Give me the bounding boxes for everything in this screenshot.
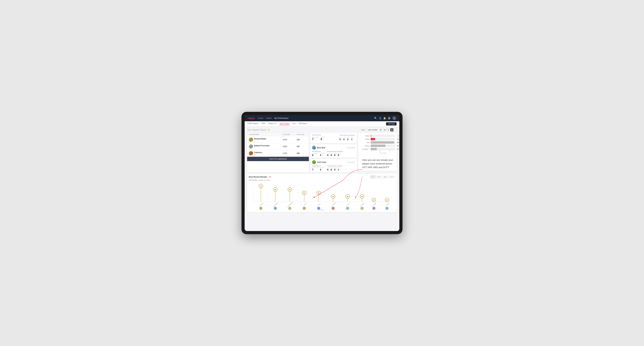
svg-text:6: 6 bbox=[253, 189, 254, 190]
svg-text:3x: 3x bbox=[386, 199, 388, 201]
nav-teams[interactable]: Teams bbox=[266, 117, 272, 119]
user-avatar[interactable]: U bbox=[392, 116, 396, 120]
streak-tab-arg[interactable]: ARG bbox=[382, 176, 388, 178]
player-card-rees: R Rees Britt 02 Sep 2023 Total Rounds bbox=[310, 144, 357, 158]
nav-my-performance[interactable]: My Performance bbox=[274, 117, 288, 119]
view-leaderboard-button[interactable]: View Full Leaderboard bbox=[247, 157, 309, 161]
top-card-putt: 1 bbox=[351, 138, 354, 141]
bar-pars: Pars 499 bbox=[360, 141, 395, 144]
svg-text:J. Coles: J. Coles bbox=[302, 202, 306, 206]
bar-fill-eagles bbox=[371, 135, 371, 137]
bar-chart-container: Eagles 3 Birdies bbox=[360, 135, 395, 150]
bar-eagles: Eagles 3 bbox=[360, 135, 395, 137]
subnav-tour[interactable]: Tour bbox=[292, 123, 296, 125]
pb-avg-3: 103 bbox=[296, 152, 307, 154]
avatar-2: 2 bbox=[249, 144, 253, 149]
svg-text:5: 5 bbox=[253, 192, 254, 193]
pb-score-2: 18/20 bbox=[282, 146, 296, 148]
card-view-btn[interactable]: ▤ bbox=[390, 128, 394, 131]
svg-text:Players: Players bbox=[320, 209, 324, 210]
bar-label-pars: Pars bbox=[360, 142, 370, 143]
player-info-3: 3 Cameron... ♦ bbox=[249, 151, 282, 155]
list-view-btn[interactable]: ☰ bbox=[387, 128, 390, 131]
user-icon[interactable]: 👤 bbox=[379, 117, 382, 120]
streak-tab-putt[interactable]: PUTT bbox=[389, 176, 395, 178]
top-card-arg: 0 bbox=[347, 138, 350, 141]
nav-home[interactable]: Home bbox=[258, 117, 263, 119]
svg-point-55 bbox=[288, 207, 292, 210]
show-label: Show bbox=[361, 129, 365, 131]
export-btn[interactable]: ↓ bbox=[394, 128, 397, 131]
player-info-2: 2 Edward Crossman ♦ bbox=[249, 144, 282, 149]
nav-links: Home Teams My Performance bbox=[258, 117, 374, 119]
col-pb-avg: PB AVG SQ bbox=[296, 134, 307, 135]
subnav: PGAT Players PGA Hcaps 1-5 Team Clippd T… bbox=[245, 121, 399, 127]
svg-text:4x: 4x bbox=[347, 196, 348, 197]
player-card-top: Total Rounds Tournament 7 bbox=[310, 133, 357, 143]
avatar-3: 3 bbox=[249, 151, 253, 155]
bar-fill-pars bbox=[371, 141, 394, 144]
team-title: Team Clippd | 14 Players bbox=[247, 129, 266, 131]
bar-value-dbogeys: 131 bbox=[397, 148, 399, 150]
streaks-header: Best Round Streaks OTT APP ARG PUTT bbox=[249, 175, 395, 178]
svg-point-56 bbox=[303, 207, 306, 210]
svg-text:3: 3 bbox=[253, 199, 254, 200]
svg-point-59 bbox=[346, 207, 349, 210]
subnav-team-clippd[interactable]: Team Clippd bbox=[280, 123, 289, 125]
subnav-all-players[interactable]: All Players bbox=[299, 123, 307, 125]
subnav-pga[interactable]: PGA bbox=[262, 123, 265, 125]
svg-point-62 bbox=[385, 207, 388, 210]
subnav-hcaps[interactable]: Hcaps 1-5 bbox=[268, 123, 276, 125]
streaks-section: Best Round Streaks OTT APP ARG PUTT bbox=[247, 174, 397, 212]
svg-point-60 bbox=[360, 207, 364, 210]
streak-tab-app[interactable]: APP bbox=[376, 176, 382, 178]
rees-avatar: R bbox=[312, 146, 316, 150]
player-name-2: Edward Crossman bbox=[254, 145, 270, 147]
top-card-practice: 6 bbox=[320, 138, 325, 141]
x-label-400: 400 bbox=[389, 150, 391, 152]
streaks-subtitle-sub: Fairway Accuracy bbox=[258, 179, 270, 181]
col-pb-score: PB SCORE bbox=[282, 134, 296, 135]
arrow-indicator-icon bbox=[268, 175, 271, 178]
show-controls: Show Last 3 months Last 6 months Last 12… bbox=[361, 128, 397, 131]
streak-tab-ott[interactable]: OTT bbox=[370, 176, 376, 178]
pb-score-3: 17/20 bbox=[282, 152, 296, 154]
svg-text:6x: 6x bbox=[274, 189, 276, 190]
top-card-ott: 0 bbox=[339, 138, 342, 141]
rank-badge-2: 2 bbox=[251, 147, 253, 149]
subnav-pgat[interactable]: PGAT Players bbox=[248, 123, 258, 125]
svg-text:4x: 4x bbox=[362, 196, 363, 197]
svg-text:R. Butler: R. Butler bbox=[372, 202, 376, 207]
pb-score-1: 19/20 bbox=[282, 139, 296, 141]
tablet-screen: clippd Home Teams My Performance 🔍 👤 🔔 ⚙… bbox=[245, 115, 399, 231]
rank-badge-1: 1 bbox=[251, 140, 253, 142]
bell-icon[interactable]: 🔔 bbox=[383, 117, 386, 120]
rees-player-info: R Rees Britt bbox=[312, 146, 325, 150]
svg-text:6x: 6x bbox=[289, 189, 290, 190]
svg-text:E. Ebert: E. Ebert bbox=[259, 202, 263, 206]
pb-avg-2: 107 bbox=[296, 146, 307, 148]
add-team-button[interactable]: Add Team bbox=[386, 122, 396, 126]
edit-icon[interactable]: ✏️ bbox=[268, 129, 270, 131]
svg-point-58 bbox=[332, 207, 335, 210]
rees-name: Rees Britt bbox=[317, 147, 325, 149]
avatar-1: 1 bbox=[249, 138, 253, 142]
lollipop-chart: Best Streak, Fairway Accuracy 7 6 5 bbox=[249, 182, 395, 210]
josh-name: Josh Coles bbox=[317, 161, 326, 163]
x-label-0: 0 bbox=[371, 150, 371, 152]
svg-text:4: 4 bbox=[253, 196, 254, 197]
grid-view-btn[interactable]: ⊞ bbox=[383, 128, 386, 131]
search-icon[interactable]: 🔍 bbox=[374, 117, 377, 120]
bar-value-eagles: 3 bbox=[398, 135, 399, 137]
card-header-rees: R Rees Britt 02 Sep 2023 bbox=[312, 146, 355, 150]
josh-date: 26 Aug 2023 bbox=[347, 162, 355, 163]
bar-track-bogeys: 311 bbox=[371, 145, 395, 147]
time-filter-select[interactable]: Last 3 months Last 6 months Last 12 mont… bbox=[366, 128, 382, 131]
bar-chart-footer: Total Shots bbox=[371, 152, 395, 154]
settings-icon[interactable]: ⚙️ bbox=[388, 117, 390, 120]
svg-text:7x: 7x bbox=[260, 185, 262, 187]
svg-point-61 bbox=[372, 207, 376, 210]
svg-text:5x: 5x bbox=[304, 192, 305, 194]
nav-icons: 🔍 👤 🔔 ⚙️ U bbox=[374, 116, 396, 120]
team-header: Team Clippd | 14 Players ✏️ Show Last 3 … bbox=[247, 128, 397, 131]
